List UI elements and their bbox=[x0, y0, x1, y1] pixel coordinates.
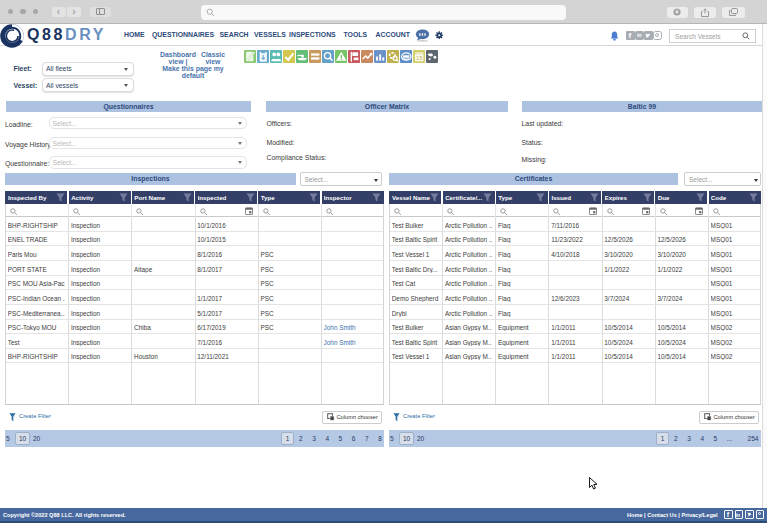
svg-text:15: 15 bbox=[416, 55, 422, 61]
